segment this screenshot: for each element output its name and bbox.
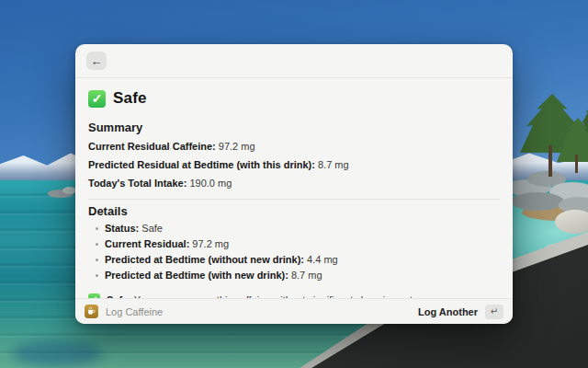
check-icon: ✓ bbox=[88, 90, 106, 108]
detail-value: 97.2 mg bbox=[192, 238, 229, 249]
return-key-icon[interactable]: ↵ bbox=[485, 305, 503, 319]
list-item: Current Residual: 97.2 mg bbox=[105, 236, 500, 252]
title-row: ✓ Safe bbox=[88, 89, 500, 108]
panel-content: ✓ Safe Summary Current Residual Caffeine… bbox=[75, 78, 513, 305]
back-button[interactable]: ← bbox=[86, 52, 107, 70]
list-item: Predicted at Bedtime (with new drink): 8… bbox=[105, 268, 500, 283]
wallpaper-rock bbox=[511, 192, 564, 211]
summary-value: 97.2 mg bbox=[219, 141, 255, 152]
details-heading: Details bbox=[88, 204, 500, 218]
details-list: Status: Safe Current Residual: 97.2 mg P… bbox=[88, 221, 500, 283]
detail-label: Current Residual: bbox=[105, 238, 189, 249]
panel-footer: Log Caffeine Log Another ↵ bbox=[75, 298, 513, 324]
wallpaper-tree-trunk bbox=[548, 145, 552, 177]
wallpaper-water-shadow bbox=[11, 340, 103, 366]
summary-value: 8.7 mg bbox=[318, 159, 349, 170]
summary-row: Predicted Residual at Bedtime (with this… bbox=[88, 155, 500, 174]
page-title: Safe bbox=[113, 89, 147, 108]
detail-value: 4.4 mg bbox=[307, 254, 338, 265]
log-another-button[interactable]: Log Another bbox=[418, 306, 478, 317]
caffeine-result-panel: ← ✓ Safe Summary Current Residual Caffei… bbox=[75, 44, 513, 324]
summary-row: Current Residual Caffeine: 97.2 mg bbox=[88, 137, 500, 155]
summary-row: Today's Total Intake: 190.0 mg bbox=[88, 174, 500, 192]
footer-app-name: Log Caffeine bbox=[106, 306, 163, 317]
detail-label: Predicted at Bedtime (with new drink): bbox=[105, 270, 288, 281]
coffee-cup-icon bbox=[85, 305, 98, 318]
list-item: Predicted at Bedtime (without new drink)… bbox=[105, 252, 500, 268]
panel-header: ← bbox=[75, 44, 513, 78]
summary-heading: Summary bbox=[88, 121, 500, 134]
detail-label: Status: bbox=[105, 223, 139, 234]
summary-label: Predicted Residual at Bedtime (with this… bbox=[88, 159, 315, 170]
summary-value: 190.0 mg bbox=[189, 178, 232, 189]
detail-value: Safe bbox=[141, 223, 163, 234]
detail-label: Predicted at Bedtime (without new drink)… bbox=[105, 254, 304, 265]
summary-label: Current Residual Caffeine: bbox=[88, 141, 216, 152]
back-arrow-icon: ← bbox=[91, 55, 103, 67]
wallpaper-rock bbox=[62, 187, 76, 194]
summary-label: Today's Total Intake: bbox=[88, 178, 187, 189]
wallpaper-boulder bbox=[555, 210, 588, 234]
list-item: Status: Safe bbox=[105, 221, 500, 236]
detail-value: 8.7 mg bbox=[291, 270, 322, 281]
wallpaper-tree-trunk bbox=[575, 155, 578, 173]
section-divider bbox=[88, 199, 500, 200]
